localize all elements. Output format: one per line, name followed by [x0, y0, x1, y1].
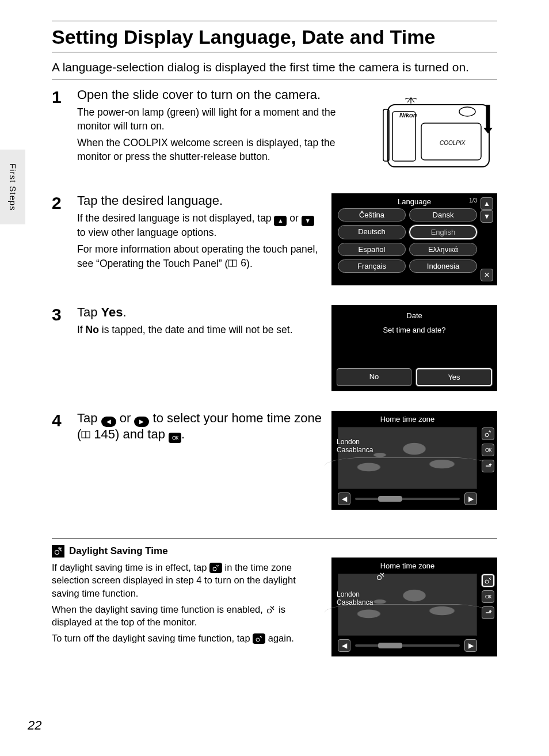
date-screen-title: Date — [337, 311, 492, 320]
intro-text: A language-selection dialog is displayed… — [52, 60, 497, 74]
step-2: 2 Tap the desired language. If the desir… — [52, 185, 497, 297]
ok-icon: ОК — [169, 433, 181, 443]
date-screen-question: Set time and date? — [337, 326, 492, 334]
note-p2: When the daylight saving time function i… — [52, 603, 325, 629]
date-screen: Date Set time and date? No Yes — [331, 305, 497, 391]
note-heading: Daylight Saving Time — [52, 545, 497, 558]
svg-line-26 — [272, 608, 274, 610]
back-button[interactable] — [482, 460, 494, 472]
language-option[interactable]: Ελληνικά — [409, 243, 477, 256]
timezone-location: London Casablanca — [337, 590, 373, 607]
timezone-right-button[interactable]: ▶ — [464, 639, 477, 652]
svg-line-12 — [490, 432, 491, 433]
svg-point-23 — [268, 609, 272, 613]
timezone-screen: Home time zone London Casablanca ◀ ▶ — [331, 411, 497, 510]
svg-line-17 — [60, 549, 62, 551]
svg-point-31 — [378, 576, 382, 580]
step-1-p1: The power-on lamp (green) will light for… — [77, 106, 367, 133]
svg-rect-5 — [228, 260, 232, 266]
language-option[interactable]: Dansk — [409, 208, 477, 222]
section-tab-label: First Steps — [8, 163, 18, 211]
svg-rect-2 — [392, 112, 415, 161]
timezone-left-button[interactable]: ◀ — [338, 492, 350, 505]
manual-page: First Steps 22 Setting Display Language,… — [0, 0, 549, 756]
step-number: 1 — [52, 87, 69, 106]
timezone-slider-track[interactable] — [355, 498, 460, 500]
timezone-screen-title: Home time zone — [338, 562, 477, 570]
ok-button[interactable]: ОК — [482, 444, 494, 456]
camera-brand: Nikon — [399, 112, 417, 119]
language-page-indicator: 1/3 — [469, 197, 477, 204]
down-arrow-icon: ▼ — [302, 216, 314, 226]
scroll-down-button[interactable]: ▼ — [481, 210, 493, 223]
timezone-screen-dst: Home time zone London Casablanca ◀ ▶ — [331, 558, 497, 656]
language-screen-title: Language — [398, 197, 431, 206]
language-option-selected[interactable]: English — [409, 225, 477, 239]
language-option[interactable]: Español — [338, 243, 406, 256]
world-map — [338, 427, 477, 489]
language-screen: Language 1/3 Čeština Dansk Deutsch Engli… — [331, 193, 497, 285]
title-underline — [52, 52, 497, 52]
back-button[interactable] — [482, 606, 494, 619]
section-tab: First Steps — [0, 150, 25, 224]
language-option[interactable]: Deutsch — [338, 225, 406, 239]
left-arrow-icon: ◀ — [101, 417, 116, 427]
language-option[interactable]: Indonesia — [409, 259, 477, 273]
step-number: 3 — [52, 305, 69, 323]
step-2-title: Tap the desired language. — [77, 193, 322, 208]
close-button[interactable]: ✕ — [481, 269, 493, 281]
svg-line-30 — [261, 637, 262, 638]
right-arrow-icon: ▶ — [134, 417, 149, 427]
svg-point-35 — [485, 580, 489, 583]
page-reference-icon: 145 — [81, 427, 115, 442]
up-arrow-icon: ▲ — [274, 216, 287, 226]
dst-enabled-icon — [265, 605, 276, 615]
dst-toggle-button[interactable] — [482, 427, 494, 440]
page-reference-icon: 6 — [228, 257, 246, 270]
step-1-p2: When the COOLPIX welcome screen is displ… — [77, 136, 367, 163]
language-option[interactable]: Čeština — [338, 208, 406, 222]
note-p1: If daylight saving time is in effect, ta… — [52, 561, 325, 600]
svg-line-29 — [260, 636, 261, 637]
svg-rect-6 — [232, 260, 237, 266]
dst-toggle-button-active[interactable] — [482, 574, 494, 587]
step-4: 4 Tap ◀ or ▶ to select your home time zo… — [52, 403, 497, 521]
camera-line-label: COOLPIX — [440, 140, 466, 146]
note-p3: To turn off the daylight saving time fun… — [52, 632, 325, 644]
svg-line-22 — [218, 566, 219, 567]
svg-point-27 — [256, 638, 260, 642]
ok-button[interactable]: ОК — [482, 590, 494, 603]
top-rule — [52, 21, 497, 21]
camera-illustration: Nikon COOLPIX — [376, 87, 497, 174]
svg-point-9 — [485, 433, 489, 437]
step-2-p1: If the desired language is not displayed… — [77, 212, 322, 239]
svg-line-37 — [489, 578, 490, 579]
svg-line-21 — [216, 565, 218, 566]
dst-icon — [209, 563, 222, 573]
dst-icon — [253, 633, 265, 644]
svg-line-24 — [272, 606, 274, 608]
scroll-up-button[interactable]: ▲ — [481, 197, 493, 210]
timezone-right-button[interactable]: ▶ — [464, 492, 477, 505]
step-3-title: Tap Yes. — [77, 305, 322, 320]
language-option[interactable]: Français — [338, 259, 406, 273]
no-button[interactable]: No — [337, 368, 411, 386]
svg-line-32 — [382, 573, 384, 575]
step-2-p2: For more information about operating the… — [77, 243, 322, 271]
step-number: 4 — [52, 411, 69, 429]
svg-line-33 — [380, 573, 382, 575]
timezone-slider-track[interactable] — [355, 644, 460, 647]
timezone-screen-title: Home time zone — [338, 415, 477, 423]
yes-button[interactable]: Yes — [416, 368, 492, 386]
step-number: 2 — [52, 193, 69, 212]
note-section: Daylight Saving Time If daylight saving … — [52, 539, 497, 656]
step-3: 3 Tap Yes. If No is tapped, the date and… — [52, 297, 497, 403]
svg-point-19 — [213, 567, 216, 571]
svg-rect-7 — [82, 432, 86, 438]
page-number: 22 — [28, 718, 41, 733]
svg-point-4 — [459, 107, 475, 116]
dst-note-icon — [52, 545, 64, 558]
svg-line-25 — [270, 606, 272, 608]
timezone-left-button[interactable]: ◀ — [338, 639, 350, 652]
timezone-location: London Casablanca — [337, 438, 373, 455]
